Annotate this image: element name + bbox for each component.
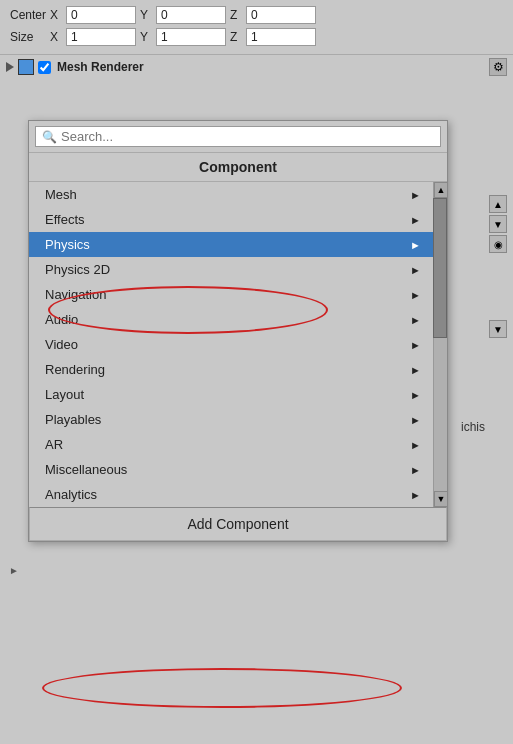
menu-item-label: Video — [45, 337, 78, 352]
size-y-input[interactable] — [156, 28, 226, 46]
size-fields: X Y Z — [50, 28, 316, 46]
menu-item-label: Rendering — [45, 362, 105, 377]
menu-item-label: Playables — [45, 412, 101, 427]
panel-arrow2-down[interactable]: ▼ — [489, 320, 507, 338]
center-x-input[interactable] — [66, 6, 136, 24]
panel-circle-btn[interactable]: ◉ — [489, 235, 507, 253]
menu-item-physics[interactable]: Physics► — [29, 232, 433, 257]
menu-item-layout[interactable]: Layout► — [29, 382, 433, 407]
size-z-label: Z — [230, 30, 242, 44]
scrollbar-up-arrow[interactable]: ▲ — [434, 182, 448, 198]
menu-list: Mesh►Effects►Physics►Physics 2D►Navigati… — [29, 182, 447, 507]
submenu-arrow-icon: ► — [410, 489, 421, 501]
search-input[interactable] — [61, 129, 434, 144]
menu-item-label: Physics — [45, 237, 90, 252]
menu-item-rendering[interactable]: Rendering► — [29, 357, 433, 382]
menu-item-mesh[interactable]: Mesh► — [29, 182, 433, 207]
submenu-arrow-icon: ► — [410, 364, 421, 376]
search-icon: 🔍 — [42, 130, 57, 144]
submenu-arrow-icon: ► — [410, 314, 421, 326]
add-component-annotation — [42, 668, 402, 708]
menu-item-ar[interactable]: AR► — [29, 432, 433, 457]
size-row: Size X Y Z — [10, 28, 503, 46]
menu-item-physics-2d[interactable]: Physics 2D► — [29, 257, 433, 282]
menu-item-label: AR — [45, 437, 63, 452]
size-z-input[interactable] — [246, 28, 316, 46]
search-input-wrap: 🔍 — [35, 126, 441, 147]
menu-item-audio[interactable]: Audio► — [29, 307, 433, 332]
panel-arrow-up[interactable]: ▲ — [489, 195, 507, 213]
mesh-renderer-header: Mesh Renderer ⚙ — [0, 54, 513, 79]
gear-button[interactable]: ⚙ — [489, 58, 507, 76]
size-label: Size — [10, 30, 50, 44]
menu-item-video[interactable]: Video► — [29, 332, 433, 357]
size-x-label: X — [50, 30, 62, 44]
panel-arrow-down[interactable]: ▼ — [489, 215, 507, 233]
center-x-label: X — [50, 8, 62, 22]
submenu-arrow-icon: ► — [410, 414, 421, 426]
search-bar: 🔍 — [29, 121, 447, 153]
center-z-input[interactable] — [246, 6, 316, 24]
menu-item-label: Mesh — [45, 187, 77, 202]
component-dropdown: 🔍 Component Mesh►Effects►Physics►Physics… — [28, 120, 448, 542]
menu-item-navigation[interactable]: Navigation► — [29, 282, 433, 307]
component-header: Component — [29, 153, 447, 182]
mesh-renderer-icon — [18, 59, 34, 75]
menu-item-label: Audio — [45, 312, 78, 327]
menu-item-playables[interactable]: Playables► — [29, 407, 433, 432]
menu-item-analytics[interactable]: Analytics► — [29, 482, 433, 507]
top-section: Center X Y Z Size X Y Z — [0, 0, 513, 54]
menu-item-effects[interactable]: Effects► — [29, 207, 433, 232]
submenu-arrow-icon: ► — [410, 339, 421, 351]
menu-container: Mesh►Effects►Physics►Physics 2D►Navigati… — [29, 182, 447, 507]
size-y-label: Y — [140, 30, 152, 44]
submenu-arrow-icon: ► — [410, 214, 421, 226]
center-y-label: Y — [140, 8, 152, 22]
submenu-arrow-icon: ► — [410, 239, 421, 251]
mesh-renderer-title: Mesh Renderer — [57, 60, 485, 74]
center-y-input[interactable] — [156, 6, 226, 24]
submenu-arrow-icon: ► — [410, 189, 421, 201]
center-z-label: Z — [230, 8, 242, 22]
center-fields: X Y Z — [50, 6, 316, 24]
scrollbar-track: ▲ ▼ — [433, 182, 447, 507]
scrollbar-thumb[interactable] — [433, 198, 447, 338]
menu-item-label: Physics 2D — [45, 262, 110, 277]
mesh-renderer-checkbox[interactable] — [38, 61, 51, 74]
menu-item-label: Effects — [45, 212, 85, 227]
submenu-arrow-icon: ► — [410, 289, 421, 301]
menu-item-label: Navigation — [45, 287, 106, 302]
menu-item-label: Miscellaneous — [45, 462, 127, 477]
menu-item-miscellaneous[interactable]: Miscellaneous► — [29, 457, 433, 482]
scrollbar-down-arrow[interactable]: ▼ — [434, 491, 448, 507]
menu-item-label: Layout — [45, 387, 84, 402]
submenu-arrow-icon: ► — [410, 264, 421, 276]
section-triangle-m[interactable]: ► — [0, 560, 28, 580]
panel-label-ichis: ichis — [461, 420, 485, 434]
size-x-input[interactable] — [66, 28, 136, 46]
submenu-arrow-icon: ► — [410, 389, 421, 401]
add-component-button[interactable]: Add Component — [29, 507, 447, 541]
center-label: Center — [10, 8, 50, 22]
submenu-arrow-icon: ► — [410, 464, 421, 476]
section-header-2 — [0, 580, 28, 584]
center-row: Center X Y Z — [10, 6, 503, 24]
menu-item-label: Analytics — [45, 487, 97, 502]
submenu-arrow-icon: ► — [410, 439, 421, 451]
triangle-icon — [6, 62, 14, 72]
